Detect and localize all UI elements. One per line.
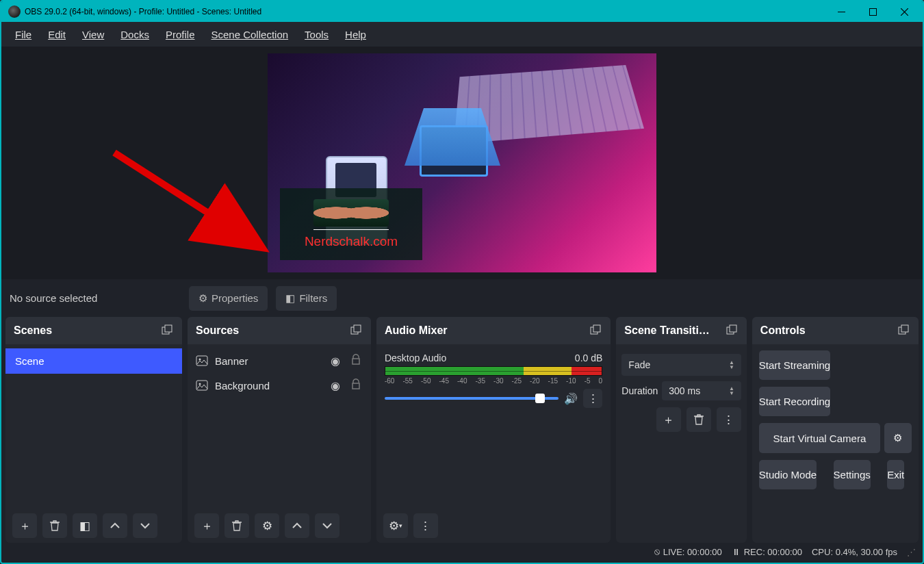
studio-mode-button[interactable]: Studio Mode (759, 460, 817, 489)
svg-point-10 (199, 383, 201, 385)
speaker-icon[interactable]: 🔊 (564, 392, 578, 405)
move-scene-down-button[interactable] (133, 513, 157, 538)
dock-panels: Scenes Scene ＋ ◧ Sources Banner ◉ (1, 317, 923, 543)
lock-toggle[interactable] (349, 379, 363, 392)
svg-point-8 (199, 359, 201, 361)
start-virtual-camera-button[interactable]: Start Virtual Camera (759, 423, 880, 453)
source-toolbar: No source selected ⚙ Properties ◧ Filter… (1, 279, 923, 317)
visibility-toggle[interactable]: ◉ (329, 355, 342, 368)
annotation-arrow-icon (107, 125, 272, 262)
move-source-up-button[interactable] (285, 513, 309, 538)
scenes-header[interactable]: Scenes (5, 317, 182, 344)
scenes-list: Scene (5, 344, 182, 509)
menu-help[interactable]: Help (337, 25, 374, 44)
banner-overlay[interactable]: Nerdschalk.com (280, 188, 422, 260)
banner-text: Nerdschalk.com (305, 234, 398, 249)
popout-icon[interactable] (726, 324, 739, 337)
meter-ticks: -60-55-50-45-40-35-30-25-20-15-10-50 (385, 377, 602, 385)
minimize-button[interactable] (825, 1, 857, 22)
start-recording-button[interactable]: Start Recording (759, 387, 830, 416)
add-scene-button[interactable]: ＋ (12, 513, 37, 538)
preview-retro-monitor (420, 125, 488, 177)
popout-icon[interactable] (590, 324, 602, 337)
add-transition-button[interactable]: ＋ (656, 407, 681, 432)
menu-file[interactable]: File (7, 25, 40, 44)
channel-menu-button[interactable]: ⋮ (583, 389, 602, 408)
sources-header[interactable]: Sources (188, 317, 371, 344)
controls-panel: Controls Start Streaming Start Recording… (752, 317, 919, 543)
svg-rect-9 (196, 381, 207, 390)
move-scene-up-button[interactable] (103, 513, 127, 538)
menu-profile[interactable]: Profile (157, 25, 203, 44)
transition-menu-button[interactable]: ⋮ (717, 407, 741, 432)
duration-spinner[interactable]: 300 ms ▲▼ (662, 381, 741, 400)
source-item[interactable]: Banner ◉ (188, 348, 371, 373)
resize-grip-icon[interactable]: ⋰ (907, 547, 916, 557)
image-source-icon (196, 355, 208, 367)
maximize-button[interactable] (857, 1, 888, 22)
transition-select[interactable]: Fade ▲▼ (621, 354, 741, 376)
scene-item[interactable]: Scene (5, 348, 182, 374)
menu-view[interactable]: View (74, 25, 112, 44)
updown-icon[interactable]: ▲▼ (729, 386, 734, 396)
popout-icon[interactable] (350, 324, 363, 337)
banner-image (313, 199, 389, 227)
menu-tools[interactable]: Tools (296, 25, 337, 44)
status-live: ⦸ LIVE: 00:00:00 (654, 546, 722, 557)
move-source-down-button[interactable] (315, 513, 339, 538)
preview-area[interactable]: Nerdschalk.com (1, 47, 923, 279)
volume-slider[interactable] (385, 397, 559, 400)
lock-toggle[interactable] (349, 354, 363, 368)
obs-logo-icon (8, 5, 21, 18)
controls-header[interactable]: Controls (752, 317, 919, 344)
controls-body: Start Streaming Start Recording Start Vi… (752, 344, 919, 543)
menu-edit[interactable]: Edit (40, 25, 74, 44)
mixer-menu-button[interactable]: ⋮ (413, 513, 438, 538)
sources-panel: Sources Banner ◉ Background ◉ ＋ ⚙ (188, 317, 371, 543)
svg-rect-6 (354, 325, 361, 332)
banner-divider (313, 229, 389, 230)
mixer-header[interactable]: Audio Mixer (376, 317, 611, 344)
updown-icon: ▲▼ (729, 360, 734, 370)
channel-db: 0.0 dB (575, 352, 602, 363)
virtual-camera-settings-button[interactable]: ⚙ (884, 423, 912, 453)
close-button[interactable] (888, 1, 920, 22)
scene-filters-button[interactable]: ◧ (73, 513, 97, 538)
exit-button[interactable]: Exit (887, 460, 904, 489)
svg-rect-1 (869, 8, 876, 15)
mixer-settings-button[interactable]: ⚙▾ (383, 513, 408, 538)
pause-icon: ⏸ (732, 547, 741, 557)
transitions-panel: Scene Transiti… Fade ▲▼ Duration 300 ms … (616, 317, 747, 543)
popout-icon[interactable] (898, 324, 910, 337)
mixer-channel: Desktop Audio 0.0 dB -60-55-50-45-40-35-… (376, 348, 611, 412)
status-bar: ⦸ LIVE: 00:00:00 ⏸ REC: 00:00:00 CPU: 0.… (1, 543, 923, 561)
start-streaming-button[interactable]: Start Streaming (759, 350, 830, 380)
transitions-header[interactable]: Scene Transiti… (616, 317, 747, 344)
remove-source-button[interactable] (224, 513, 249, 538)
preview-canvas[interactable]: Nerdschalk.com (268, 53, 656, 272)
svg-rect-14 (730, 325, 736, 332)
window-title: OBS 29.0.2 (64-bit, windows) - Profile: … (25, 7, 825, 16)
svg-rect-12 (593, 325, 600, 332)
transitions-body: Fade ▲▼ Duration 300 ms ▲▼ ＋ ⋮ (616, 344, 747, 543)
menu-scene-collection[interactable]: Scene Collection (203, 25, 297, 44)
properties-button[interactable]: ⚙ Properties (189, 286, 268, 311)
broadcast-icon: ⦸ (654, 546, 660, 557)
settings-button[interactable]: Settings (834, 460, 871, 489)
popout-icon[interactable] (162, 324, 174, 337)
duration-label: Duration (621, 385, 658, 396)
remove-transition-button[interactable] (686, 407, 711, 432)
visibility-toggle[interactable]: ◉ (329, 379, 342, 392)
channel-name: Desktop Audio (385, 352, 446, 363)
mixer-body: Desktop Audio 0.0 dB -60-55-50-45-40-35-… (376, 344, 611, 509)
add-source-button[interactable]: ＋ (194, 513, 219, 538)
menu-docks[interactable]: Docks (112, 25, 157, 44)
no-source-label: No source selected (10, 292, 181, 304)
source-settings-button[interactable]: ⚙ (255, 513, 279, 538)
source-item[interactable]: Background ◉ (188, 373, 371, 398)
filters-button[interactable]: ◧ Filters (276, 286, 337, 311)
remove-scene-button[interactable] (42, 513, 67, 538)
svg-rect-0 (838, 12, 845, 12)
svg-rect-4 (165, 325, 172, 332)
audio-mixer-panel: Audio Mixer Desktop Audio 0.0 dB -60-55-… (376, 317, 611, 543)
